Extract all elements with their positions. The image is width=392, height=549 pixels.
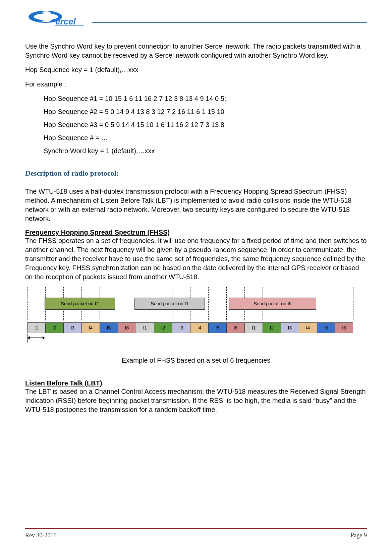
freq-cell: f1 bbox=[136, 322, 154, 333]
freq-cell: f2 bbox=[263, 322, 281, 333]
footer-page-number: Page 9 bbox=[351, 532, 367, 539]
freq-cell: f3 bbox=[281, 322, 299, 333]
page-footer: Rev 30-2015 Page 9 bbox=[25, 528, 367, 539]
freq-cell: f2 bbox=[154, 322, 172, 333]
list-item: Synchro Word key = 1 (default),…xxx bbox=[44, 146, 367, 156]
svg-text:ercel: ercel bbox=[55, 16, 76, 26]
packet-box-f1: Send packet on f1 bbox=[134, 298, 205, 310]
frequency-row: f1f2f3f4f5f6f1f2f3f4f5f6f1f2f3f4f5f6 bbox=[27, 322, 353, 333]
paragraph-fhss: The FHSS operates on a set of frequencie… bbox=[25, 236, 367, 282]
freq-cell: f3 bbox=[172, 322, 190, 333]
diagram-caption: Example of FHSS based on a set of 6 freq… bbox=[25, 357, 367, 364]
freq-cell: f6 bbox=[118, 322, 136, 333]
paragraph-intro: Use the Synchro Word key to prevent conn… bbox=[25, 42, 367, 60]
fhss-diagram: Send packet on f2 Send packet on f1 Send… bbox=[25, 287, 354, 347]
freq-cell: f2 bbox=[45, 322, 63, 333]
list-item: Hop Sequence #3 = 0 5 9 14 4 15 10 1 6 1… bbox=[44, 120, 367, 129]
freq-cell: f5 bbox=[317, 322, 335, 333]
paragraph-lbt: The LBT is based on a Channel Control Ac… bbox=[25, 387, 367, 414]
freq-cell: f4 bbox=[299, 322, 317, 333]
freq-cell: f1 bbox=[244, 322, 263, 333]
freq-cell: f4 bbox=[81, 322, 100, 333]
page-header: ercel bbox=[25, 10, 367, 32]
for-example-label: For example : bbox=[25, 80, 367, 89]
paragraph-protocol: The WTU-518 uses a half-duplex transmiss… bbox=[25, 187, 367, 223]
hop-key-line: Hop Sequence key = 1 (default),…xxx bbox=[25, 65, 367, 74]
list-item: Hop Sequence #1 = 10 15 1 6 11 16 2 7 12… bbox=[44, 94, 367, 103]
list-item: Hop Sequence # = … bbox=[44, 133, 367, 142]
freq-cell: f6 bbox=[226, 322, 244, 333]
footer-rule bbox=[25, 528, 367, 529]
timeslot-arrow bbox=[27, 336, 45, 343]
freq-cell: f4 bbox=[190, 322, 208, 333]
freq-cell: f5 bbox=[100, 322, 118, 333]
freq-cell: f6 bbox=[335, 322, 353, 333]
subsection-fhss-heading: Frequency Hopping Spread Spectrum (FHSS) bbox=[25, 229, 367, 236]
freq-cell: f3 bbox=[63, 322, 81, 333]
header-rule bbox=[92, 22, 367, 23]
example-list: Hop Sequence #1 = 10 15 1 6 11 16 2 7 12… bbox=[44, 94, 367, 156]
packet-box-f6: Send packet on f6 bbox=[229, 298, 316, 310]
footer-revision: Rev 30-2015 bbox=[25, 532, 57, 539]
packet-box-f2: Send packet on f2 bbox=[45, 298, 115, 310]
list-item: Hop Sequence #2 = 5 0 14 9 4 13 8 3 12 7… bbox=[44, 107, 367, 116]
section-heading-radio-protocol: Description of radio protocol: bbox=[25, 169, 367, 178]
sercel-logo: ercel bbox=[25, 10, 86, 32]
freq-cell: f1 bbox=[27, 322, 45, 333]
subsection-lbt-heading: Listen Before Talk (LBT) bbox=[25, 379, 367, 387]
freq-cell: f5 bbox=[208, 322, 226, 333]
